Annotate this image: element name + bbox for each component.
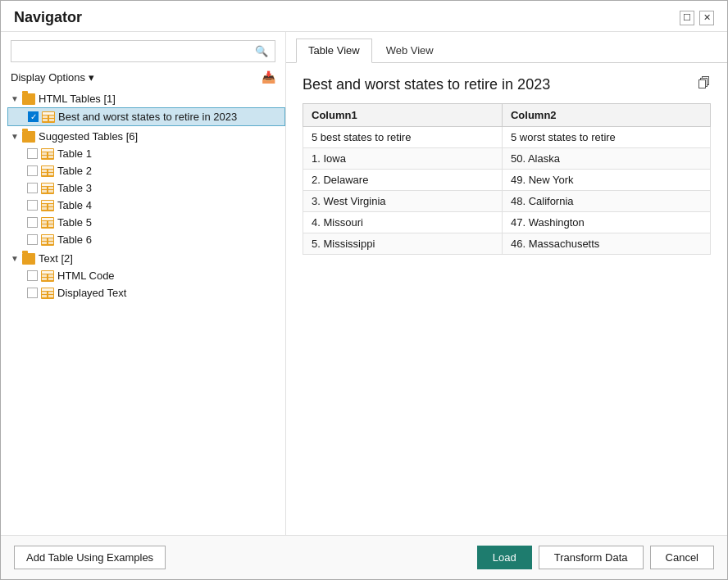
tree-group-header-text[interactable]: ▼ Text [2] (7, 250, 285, 267)
svg-rect-7 (42, 149, 53, 152)
window-controls: ☐ ✕ (680, 11, 714, 25)
svg-rect-49 (42, 288, 53, 291)
table-cell: 48. California (502, 191, 710, 212)
tree-item-table5[interactable]: Table 5 (7, 214, 285, 231)
tree-item-table3[interactable]: Table 3 (7, 179, 285, 197)
display-options-button[interactable]: Display Options ▾ (11, 71, 94, 84)
minimize-button[interactable]: ☐ (680, 11, 694, 25)
preview-header: Best and worst states to retire in 2023 … (303, 76, 711, 93)
table-icon (42, 111, 55, 123)
tree-checkbox[interactable] (27, 270, 38, 281)
data-table: Column1Column25 best states to retire5 w… (303, 103, 711, 255)
tree-item-displayed-text[interactable]: Displayed Text (7, 284, 285, 301)
svg-rect-13 (42, 166, 53, 169)
svg-rect-44 (42, 274, 47, 277)
svg-rect-33 (48, 221, 53, 224)
tree-group-header-suggested-tables[interactable]: ▼ Suggested Tables [6] (7, 128, 285, 145)
tab-table-view[interactable]: Table View (296, 39, 372, 63)
svg-rect-45 (48, 274, 53, 277)
svg-rect-23 (48, 190, 53, 193)
tree-arrow: ▼ (11, 254, 19, 263)
svg-rect-29 (48, 207, 53, 210)
table-cell: 49. New York (502, 170, 710, 191)
tree-group-label: HTML Tables [1] (39, 93, 116, 105)
tree-item-table2[interactable]: Table 2 (7, 162, 285, 179)
svg-rect-14 (42, 170, 47, 172)
tree-checkbox[interactable] (27, 148, 38, 159)
import-icon[interactable]: 📥 (262, 70, 275, 84)
table-row: 3. West Virginia48. California (303, 191, 711, 212)
tree-checkbox[interactable]: ✓ (28, 111, 39, 122)
svg-rect-53 (48, 295, 53, 297)
close-button[interactable]: ✕ (699, 11, 714, 25)
table-icon (41, 148, 54, 160)
table-row: 1. Iowa50. Alaska (303, 148, 711, 170)
tree-item-label: Table 3 (57, 182, 92, 194)
tree-item-label: Table 1 (57, 147, 92, 160)
svg-rect-20 (42, 187, 47, 189)
search-input[interactable] (11, 41, 248, 61)
table-icon (41, 234, 54, 246)
export-icon-button[interactable]: 🗍 (698, 76, 711, 91)
tree-item-label: Table 2 (57, 165, 92, 177)
table-cell: 3. West Virginia (303, 191, 503, 212)
svg-rect-25 (42, 201, 53, 203)
title-bar: Navigator ☐ ✕ (1, 1, 727, 32)
tree-group-header-html-tables[interactable]: ▼ HTML Tables [1] (7, 90, 285, 107)
table-cell: 1. Iowa (303, 148, 503, 170)
svg-rect-37 (42, 235, 53, 238)
transform-data-button[interactable]: Transform Data (539, 546, 644, 569)
svg-rect-28 (42, 207, 47, 210)
tree-checkbox[interactable] (27, 200, 38, 211)
svg-rect-46 (42, 278, 47, 280)
svg-rect-35 (48, 224, 53, 227)
right-panel: Table ViewWeb View Best and worst states… (286, 32, 727, 535)
svg-rect-16 (42, 173, 47, 175)
table-cell: 2. Delaware (303, 170, 503, 191)
table-cell: 46. Massachusetts (502, 233, 710, 255)
folder-icon (22, 93, 35, 105)
tree-item-table6[interactable]: Table 6 (7, 231, 285, 248)
cancel-button[interactable]: Cancel (650, 546, 714, 569)
tree-item-best-worst-states[interactable]: ✓ Best and worst states to retire in 202… (7, 107, 285, 126)
tree-group-html-tables: ▼ HTML Tables [1] ✓ Best and worst state… (7, 90, 285, 126)
table-header: Column1 (303, 104, 503, 127)
svg-rect-39 (48, 238, 53, 241)
svg-rect-3 (49, 116, 54, 118)
tree-checkbox[interactable] (27, 234, 38, 245)
svg-rect-26 (42, 204, 47, 206)
display-options-arrow: ▾ (89, 71, 94, 84)
tree-checkbox[interactable] (27, 217, 38, 228)
tree-item-table1[interactable]: Table 1 (7, 145, 285, 162)
svg-rect-10 (42, 156, 47, 158)
tree-group-label: Text [2] (39, 252, 73, 265)
tree-checkbox[interactable] (27, 288, 38, 298)
search-button[interactable]: 🔍 (248, 42, 275, 61)
svg-rect-1 (43, 112, 54, 115)
footer-left: Add Table Using Examples (14, 546, 166, 569)
tree-item-label: Best and worst states to retire in 2023 (58, 111, 237, 123)
svg-rect-5 (49, 119, 54, 121)
footer-right: Load Transform Data Cancel (477, 546, 714, 569)
svg-rect-15 (48, 170, 53, 172)
table-row: 5. Mississippi46. Massachusetts (303, 233, 711, 255)
tree-area: ▼ HTML Tables [1] ✓ Best and worst state… (1, 90, 285, 535)
tab-web-view[interactable]: Web View (374, 39, 446, 62)
tree-group-text: ▼ Text [2] HTML Code (7, 250, 285, 301)
tree-checkbox[interactable] (27, 183, 38, 193)
table-row: 2. Delaware49. New York (303, 170, 711, 191)
tree-item-html-code[interactable]: HTML Code (7, 267, 285, 284)
tree-item-label: Table 4 (57, 199, 92, 211)
table-row: 4. Missouri47. Washington (303, 212, 711, 233)
add-table-button[interactable]: Add Table Using Examples (14, 546, 166, 569)
load-button[interactable]: Load (477, 546, 532, 569)
svg-rect-17 (48, 173, 53, 175)
svg-rect-22 (42, 190, 47, 193)
left-panel: 🔍 Display Options ▾ 📥 ▼ HTML Tables [1] … (1, 32, 286, 535)
svg-rect-31 (42, 218, 53, 220)
table-icon (41, 270, 54, 282)
svg-rect-32 (42, 221, 47, 224)
tree-checkbox[interactable] (27, 165, 38, 176)
tree-item-table4[interactable]: Table 4 (7, 197, 285, 214)
tree-item-label: Displayed Text (57, 287, 126, 299)
